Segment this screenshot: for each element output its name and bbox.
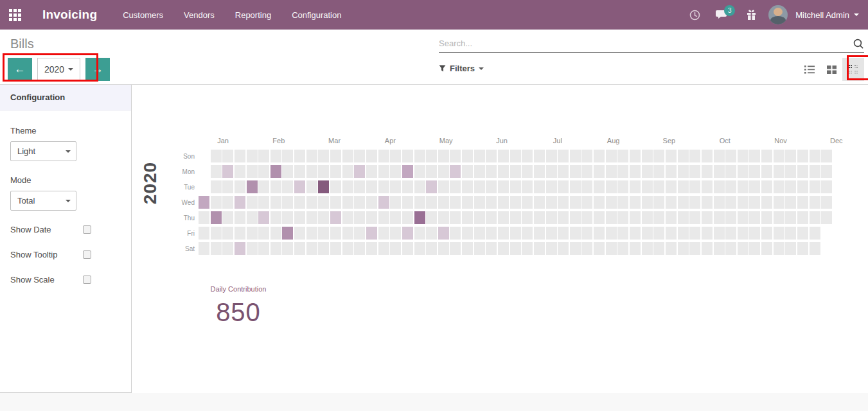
- heatmap-cell[interactable]: [653, 211, 664, 224]
- heatmap-cell[interactable]: [426, 196, 437, 209]
- heatmap-cell[interactable]: [342, 227, 353, 240]
- heatmap-cell[interactable]: [402, 227, 413, 240]
- heatmap-cell[interactable]: [378, 211, 389, 224]
- heatmap-cell[interactable]: [378, 150, 389, 162]
- heatmap-cell[interactable]: [653, 227, 664, 240]
- heatmap-cell[interactable]: [821, 180, 832, 193]
- heatmap-cell[interactable]: [821, 150, 832, 162]
- heatmap-cell[interactable]: [785, 196, 796, 209]
- heatmap-cell[interactable]: [294, 165, 305, 178]
- heatmap-cell[interactable]: [498, 227, 509, 240]
- heatmap-cell[interactable]: [606, 180, 617, 193]
- heatmap-cell[interactable]: [378, 196, 389, 209]
- heatmap-cell[interactable]: [235, 150, 245, 162]
- heatmap-cell[interactable]: [330, 180, 341, 193]
- heatmap-cell[interactable]: [774, 180, 784, 193]
- heatmap-cell[interactable]: [666, 242, 677, 255]
- heatmap-cell[interactable]: [581, 227, 592, 240]
- heatmap-cell[interactable]: [617, 150, 628, 162]
- heatmap-cell[interactable]: [426, 165, 437, 178]
- heatmap-cell[interactable]: [738, 180, 748, 193]
- heatmap-cell[interactable]: [402, 242, 413, 255]
- heatmap-cell[interactable]: [211, 180, 222, 193]
- heatmap-cell[interactable]: [630, 180, 641, 193]
- heatmap-cell[interactable]: [450, 150, 461, 162]
- next-year-button[interactable]: →: [85, 58, 110, 81]
- heatmap-cell[interactable]: [594, 211, 605, 224]
- heatmap-cell[interactable]: [534, 180, 545, 193]
- heatmap-cell[interactable]: [378, 165, 389, 178]
- heatmap-cell[interactable]: [702, 227, 713, 240]
- heatmap-cell[interactable]: [810, 242, 820, 255]
- heatmap-cell[interactable]: [785, 180, 796, 193]
- heatmap-cell[interactable]: [199, 242, 209, 255]
- heatmap-cell[interactable]: [450, 242, 461, 255]
- heatmap-cell[interactable]: [714, 180, 725, 193]
- heatmap-cell[interactable]: [797, 196, 808, 209]
- heatmap-cell[interactable]: [642, 180, 653, 193]
- heatmap-cell[interactable]: [666, 165, 677, 178]
- heatmap-cell[interactable]: [785, 242, 796, 255]
- heatmap-cell[interactable]: [702, 196, 713, 209]
- heatmap-cell[interactable]: [510, 196, 521, 209]
- heatmap-cell[interactable]: [617, 227, 628, 240]
- heatmap-cell[interactable]: [438, 150, 449, 162]
- heatmap-cell[interactable]: [306, 165, 317, 178]
- heatmap-cell[interactable]: [390, 150, 401, 162]
- heatmap-cell[interactable]: [342, 242, 353, 255]
- heatmap-cell[interactable]: [282, 150, 293, 162]
- heatmap-cell[interactable]: [522, 165, 533, 178]
- heatmap-cell[interactable]: [318, 242, 329, 255]
- heatmap-cell[interactable]: [247, 227, 258, 240]
- heatmap-cell[interactable]: [498, 150, 509, 162]
- heatmap-cell[interactable]: [558, 196, 569, 209]
- heatmap-cell[interactable]: [474, 227, 485, 240]
- heatmap-cell[interactable]: [270, 227, 281, 240]
- heatmap-cell[interactable]: [666, 196, 677, 209]
- heatmap-cell[interactable]: [222, 242, 233, 255]
- heatmap-cell[interactable]: [211, 211, 222, 224]
- heatmap-cell[interactable]: [522, 180, 533, 193]
- heatmap-cell[interactable]: [666, 180, 677, 193]
- heatmap-cell[interactable]: [797, 227, 808, 240]
- heatmap-cell[interactable]: [414, 196, 425, 209]
- heatmap-cell[interactable]: [761, 196, 772, 209]
- search-icon[interactable]: [853, 38, 864, 49]
- heatmap-cell[interactable]: [222, 196, 233, 209]
- heatmap-cell[interactable]: [438, 165, 449, 178]
- heatmap-cell[interactable]: [810, 150, 820, 162]
- heatmap-cell[interactable]: [450, 211, 461, 224]
- heatmap-cell[interactable]: [702, 242, 713, 255]
- heatmap-cell[interactable]: [199, 227, 209, 240]
- heatmap-cell[interactable]: [714, 150, 725, 162]
- heatmap-cell[interactable]: [749, 180, 760, 193]
- heatmap-cell[interactable]: [689, 165, 700, 178]
- heatmap-cell[interactable]: [330, 242, 341, 255]
- heatmap-cell[interactable]: [630, 227, 641, 240]
- heatmap-cell[interactable]: [761, 211, 772, 224]
- heatmap-cell[interactable]: [570, 196, 581, 209]
- heatmap-cell[interactable]: [294, 211, 305, 224]
- heatmap-cell[interactable]: [462, 242, 473, 255]
- heatmap-cell[interactable]: [474, 165, 485, 178]
- heatmap-cell[interactable]: [749, 242, 760, 255]
- heatmap-cell[interactable]: [678, 196, 689, 209]
- heatmap-cell[interactable]: [534, 227, 545, 240]
- show-date-checkbox[interactable]: [83, 225, 91, 234]
- heatmap-cell[interactable]: [774, 211, 784, 224]
- heatmap-cell[interactable]: [534, 196, 545, 209]
- heatmap-cell[interactable]: [810, 227, 820, 240]
- heatmap-cell[interactable]: [498, 196, 509, 209]
- heatmap-cell[interactable]: [306, 196, 317, 209]
- heatmap-cell[interactable]: [749, 165, 760, 178]
- heatmap-cell[interactable]: [258, 227, 269, 240]
- heatmap-cell[interactable]: [486, 180, 497, 193]
- heatmap-cell[interactable]: [450, 227, 461, 240]
- heatmap-cell[interactable]: [606, 150, 617, 162]
- heatmap-cell[interactable]: [581, 242, 592, 255]
- heatmap-cell[interactable]: [270, 196, 281, 209]
- nav-menu-item-reporting[interactable]: Reporting: [226, 6, 280, 24]
- heatmap-cell[interactable]: [414, 180, 425, 193]
- heatmap-cell[interactable]: [199, 211, 209, 224]
- heatmap-cell[interactable]: [438, 180, 449, 193]
